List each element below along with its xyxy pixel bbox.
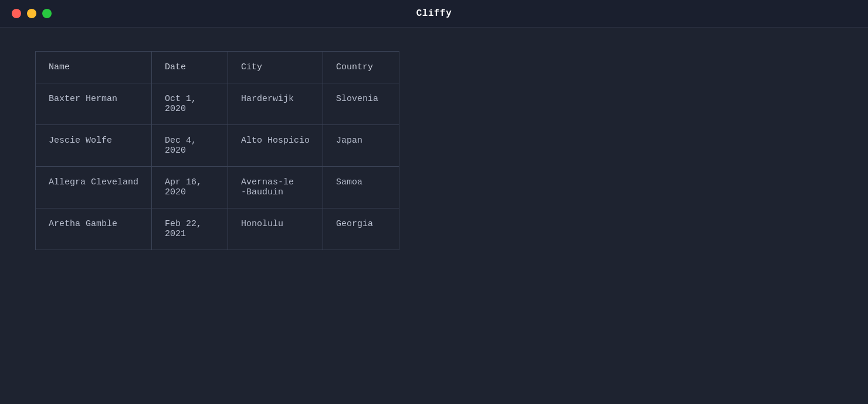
cell-name: Aretha Gamble [36,208,152,250]
col-header-date: Date [152,52,228,83]
cell-country: Japan [323,125,399,167]
col-header-country: Country [323,52,399,83]
data-table: Name Date City Country Baxter HermanOct … [35,51,399,250]
cell-name: Allegra Cleveland [36,167,152,208]
cell-city: Harderwijk [228,83,323,125]
table-row: Allegra ClevelandApr 16,2020Avernas-le-B… [36,167,399,208]
maximize-button[interactable] [42,9,52,18]
cell-date: Oct 1,2020 [152,83,228,125]
cell-city: Alto Hospicio [228,125,323,167]
cell-date: Dec 4,2020 [152,125,228,167]
cell-country: Samoa [323,167,399,208]
cell-name: Baxter Herman [36,83,152,125]
window-controls [12,9,52,18]
col-header-name: Name [36,52,152,83]
cell-date: Apr 16,2020 [152,167,228,208]
titlebar: Cliffy [0,0,868,28]
close-button[interactable] [12,9,21,18]
cell-name: Jescie Wolfe [36,125,152,167]
table-row: Aretha GambleFeb 22,2021HonoluluGeorgia [36,208,399,250]
main-content: Name Date City Country Baxter HermanOct … [0,28,868,274]
cell-city: Avernas-le-Bauduin [228,167,323,208]
col-header-city: City [228,52,323,83]
table-header-row: Name Date City Country [36,52,399,83]
table-row: Baxter HermanOct 1,2020HarderwijkSloveni… [36,83,399,125]
cell-country: Slovenia [323,83,399,125]
cell-date: Feb 22,2021 [152,208,228,250]
cell-city: Honolulu [228,208,323,250]
app-title: Cliffy [416,8,452,19]
minimize-button[interactable] [27,9,36,18]
table-row: Jescie WolfeDec 4,2020Alto HospicioJapan [36,125,399,167]
cell-country: Georgia [323,208,399,250]
